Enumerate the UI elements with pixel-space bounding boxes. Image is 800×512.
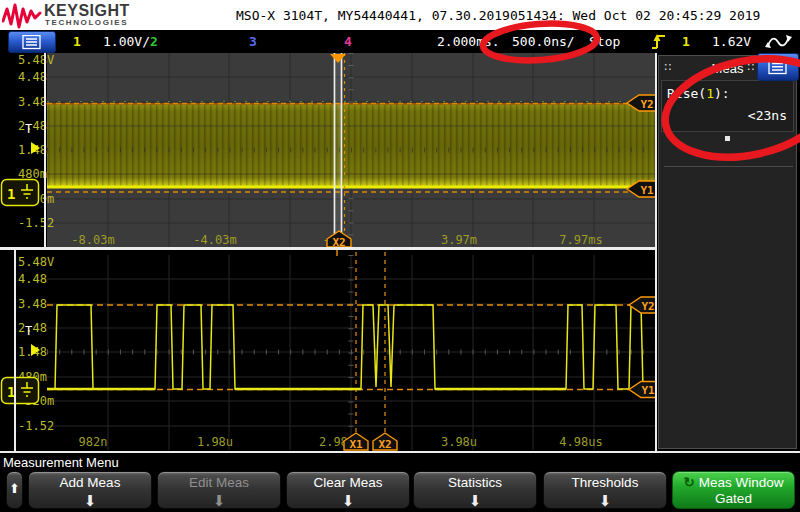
time-label: 4.98us: [559, 435, 602, 449]
run-state[interactable]: Stop: [589, 34, 620, 49]
time-label: 1.98u: [197, 435, 233, 449]
axis-label: 4.48: [18, 70, 47, 84]
y1-flag[interactable]: Y1: [629, 382, 656, 398]
axis-label: 5.48V: [18, 255, 54, 269]
thresholds-button[interactable]: Thresholds ⬇: [543, 471, 667, 509]
menu-back-button[interactable]: ⬆: [6, 471, 23, 509]
hamburger-icon: [22, 35, 42, 50]
timebase-zoom[interactable]: 500.0ns/: [512, 34, 575, 49]
svg-text:1: 1: [7, 186, 15, 202]
drag-handle-icon[interactable]: ::: [747, 61, 756, 72]
oscilloscope-screen: KEYSIGHT TECHNOLOGIES MSO-X 3104T, MY544…: [0, 0, 800, 512]
toolbar: 1 1.00V/ 2 3 4 2.000ms. 500.0ns/ Stop 1 …: [0, 30, 800, 53]
clear-meas-button[interactable]: Clear Meas ⬇: [286, 471, 410, 509]
main-window-left-border: [44, 53, 46, 247]
trigger-level-label: T: [25, 324, 32, 338]
axis-label: 5.48V: [18, 53, 54, 67]
menu-button[interactable]: [8, 31, 56, 53]
plot-right-border: [655, 53, 657, 451]
svg-text:X2: X2: [332, 236, 345, 248]
axis-label: 2.48: [18, 321, 47, 335]
logo-technologies: TECHNOLOGIES: [45, 18, 128, 27]
axis-label: 2.48: [18, 119, 47, 133]
axis-label: 3.48: [18, 297, 47, 311]
x2-flag[interactable]: X2: [373, 433, 397, 451]
zoom-window-left-border: [14, 250, 16, 451]
svg-text:X1: X1: [349, 438, 363, 451]
down-arrow-icon: ⬇: [158, 492, 280, 509]
trigger-edge-icon[interactable]: [650, 32, 668, 51]
svg-text:Y1: Y1: [641, 384, 655, 397]
svg-text:Y2: Y2: [640, 98, 653, 111]
panel-menu-button[interactable]: [757, 53, 799, 81]
measurement-value: <23ns: [748, 108, 787, 123]
meas-window-button[interactable]: ↻ Meas Window Gated: [672, 471, 795, 509]
measurement-label: Rise(1):: [667, 86, 730, 101]
waveform-arrows-icon[interactable]: [764, 33, 794, 51]
window-divider: [0, 247, 657, 250]
axis-label: -1.52: [18, 419, 54, 433]
keysight-logo-icon: [2, 1, 42, 29]
time-label: -8.03m: [71, 233, 114, 247]
toolbar-ch1-scale[interactable]: 1.00V/: [103, 34, 150, 49]
svg-text:Y1: Y1: [640, 184, 654, 197]
timebase-main[interactable]: 2.000ms.: [437, 34, 500, 49]
trigger-source[interactable]: 1: [682, 34, 690, 49]
ch1-badge-main[interactable]: 1: [2, 180, 39, 206]
time-label: 7.97ms: [559, 233, 602, 247]
down-arrow-icon: ⬇: [544, 492, 666, 509]
instrument-title: MSO-X 3104T, MY54440441, 07.30.201905143…: [236, 8, 760, 23]
time-label: 3.97m: [441, 233, 477, 247]
measurement-item-rise[interactable]: Rise(1): <23ns: [661, 80, 794, 132]
edit-meas-button: Edit Meas ⬇: [157, 471, 281, 509]
axis-label: -1.52: [18, 216, 54, 230]
recycle-icon: ↻: [684, 475, 695, 490]
down-arrow-icon: ⬇: [414, 492, 536, 509]
toolbar-ch2[interactable]: 2: [150, 34, 158, 49]
svg-text:Y2: Y2: [641, 300, 654, 313]
menu-title: Measurement Menu: [3, 455, 119, 470]
toolbar-ch1[interactable]: 1: [73, 34, 81, 49]
header-bar: KEYSIGHT TECHNOLOGIES MSO-X 3104T, MY544…: [0, 0, 800, 30]
toolbar-ch3[interactable]: 3: [249, 34, 257, 49]
y2-flag[interactable]: Y2: [629, 297, 656, 313]
toolbar-ch4[interactable]: 4: [344, 34, 352, 49]
hamburger-icon: [768, 59, 788, 75]
down-arrow-icon: ⬇: [287, 492, 409, 509]
time-label: 3.98u: [441, 435, 477, 449]
down-arrow-icon: ⬇: [29, 492, 151, 509]
main-window-plot: 5.48V 4.48 3.48 2.48 1.48 480m -520m -1.…: [0, 53, 658, 247]
panel-indicator-dot: [725, 136, 730, 141]
trigger-level[interactable]: 1.62V: [712, 34, 751, 49]
time-label: -4.03m: [193, 233, 236, 247]
ch1-badge-zoom[interactable]: 1: [2, 378, 39, 404]
trigger-level-label: T: [25, 122, 32, 136]
zoom-window-plot: 5.48V 4.48 3.48 2.48 1.48 480m -520m -1.…: [0, 250, 658, 455]
add-meas-button[interactable]: Add Meas ⬇: [28, 471, 152, 509]
axis-label: 4.48: [18, 272, 47, 286]
up-arrow-icon: ⬆: [7, 481, 22, 496]
axis-label: 3.48: [18, 95, 47, 109]
svg-text:X2: X2: [378, 438, 391, 451]
statistics-button[interactable]: Statistics ⬇: [413, 471, 537, 509]
time-label: 982n: [79, 435, 108, 449]
panel-separator: [664, 166, 793, 167]
